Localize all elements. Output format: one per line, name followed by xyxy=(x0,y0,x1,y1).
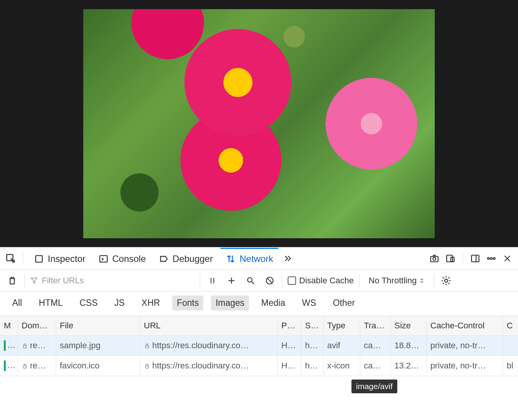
cell-cache-control: private, no-tr… xyxy=(426,336,503,356)
lock-icon xyxy=(22,343,28,349)
svg-rect-5 xyxy=(447,255,452,262)
more-tabs-icon[interactable] xyxy=(281,252,295,265)
filter-css[interactable]: CSS xyxy=(75,296,102,310)
cell-size: 13.2… xyxy=(390,356,426,376)
col-file[interactable]: File xyxy=(56,316,140,336)
table-row[interactable]: G re… sample.jpg https://res.cloudinary.… xyxy=(0,336,518,356)
tab-debugger-label: Debugger xyxy=(173,254,213,264)
tab-inspector[interactable]: Inspector xyxy=(29,248,91,269)
page-viewport xyxy=(0,0,518,247)
filter-js[interactable]: JS xyxy=(110,296,129,310)
filter-html[interactable]: HTML xyxy=(34,296,68,310)
col-url[interactable]: URL xyxy=(140,316,277,336)
col-last[interactable]: C xyxy=(503,316,518,336)
cell-last xyxy=(503,336,518,356)
network-toolbar: Disable Cache No Throttling xyxy=(0,270,518,292)
col-scheme[interactable]: S… xyxy=(301,316,323,336)
svg-rect-2 xyxy=(100,255,107,262)
col-domain[interactable]: Dom… xyxy=(18,316,56,336)
tab-network[interactable]: Network xyxy=(220,248,278,269)
col-protocol[interactable]: P… xyxy=(277,316,301,336)
settings-gear-icon[interactable] xyxy=(439,274,453,288)
filter-ws[interactable]: WS xyxy=(298,296,321,310)
svg-point-9 xyxy=(487,257,489,259)
svg-rect-22 xyxy=(146,346,149,348)
lock-icon xyxy=(144,363,150,369)
kebab-menu-icon[interactable] xyxy=(484,252,498,265)
svg-point-4 xyxy=(433,257,436,260)
cell-type: avif xyxy=(323,336,360,356)
svg-rect-7 xyxy=(471,255,479,262)
devtools-tabbar: Inspector Console Debugger Network xyxy=(0,247,518,270)
lock-icon xyxy=(22,363,28,369)
cell-domain: re… xyxy=(30,361,46,370)
col-transferred[interactable]: Tra… xyxy=(360,316,390,336)
cell-protocol: H… xyxy=(277,336,301,356)
dock-side-icon[interactable] xyxy=(468,252,482,265)
filter-images[interactable]: Images xyxy=(211,296,249,310)
filter-media[interactable]: Media xyxy=(257,296,290,310)
col-cache-control[interactable]: Cache-Control xyxy=(426,316,503,336)
add-icon[interactable] xyxy=(225,274,238,288)
cell-type: x-icon xyxy=(323,356,360,376)
tab-inspector-label: Inspector xyxy=(48,254,86,264)
disable-cache-label: Disable Cache xyxy=(299,276,354,286)
filter-urls-input[interactable] xyxy=(42,276,194,286)
cell-file: sample.jpg xyxy=(56,336,140,356)
cell-scheme: h… xyxy=(301,336,323,356)
responsive-design-icon[interactable] xyxy=(444,252,457,265)
cell-transferred: ca… xyxy=(360,336,390,356)
cell-domain: re… xyxy=(30,341,46,350)
cell-url: https://res.cloudinary.co… xyxy=(152,361,249,370)
cell-size: 18.8… xyxy=(390,336,426,356)
filter-fonts[interactable]: Fonts xyxy=(172,296,204,310)
network-table: M Dom… File URL P… S… Type Tra… Size Cac… xyxy=(0,316,518,376)
table-header-row: M Dom… File URL P… S… Type Tra… Size Cac… xyxy=(0,316,518,336)
col-method[interactable]: M xyxy=(0,316,18,336)
cell-url: https://res.cloudinary.co… xyxy=(152,341,249,350)
clear-icon[interactable] xyxy=(5,274,19,288)
svg-rect-21 xyxy=(23,346,26,348)
svg-point-16 xyxy=(248,278,252,282)
filter-xhr[interactable]: XHR xyxy=(137,296,165,310)
request-type-filters: All HTML CSS JS XHR Fonts Images Media W… xyxy=(0,292,518,316)
lock-icon xyxy=(144,343,150,349)
svg-rect-1 xyxy=(36,255,42,262)
pick-element-icon[interactable] xyxy=(4,252,18,265)
search-icon[interactable] xyxy=(244,274,257,288)
status-indicator xyxy=(4,340,6,351)
tab-console[interactable]: Console xyxy=(93,248,151,269)
col-type[interactable]: Type xyxy=(323,316,360,336)
disable-cache-toggle[interactable]: Disable Cache xyxy=(288,276,354,286)
svg-rect-23 xyxy=(23,366,26,368)
throttling-label: No Throttling xyxy=(369,276,417,286)
cell-cache-control: private, no-tr… xyxy=(426,356,503,376)
svg-point-11 xyxy=(493,257,495,259)
status-indicator xyxy=(4,360,6,371)
filter-urls-field[interactable] xyxy=(30,276,194,286)
svg-line-17 xyxy=(252,282,254,284)
cell-file: favicon.ico xyxy=(56,356,140,376)
devtools-panel: Inspector Console Debugger Network xyxy=(0,247,518,376)
pause-icon[interactable] xyxy=(206,274,219,288)
block-icon[interactable] xyxy=(263,274,277,288)
filter-all[interactable]: All xyxy=(8,296,27,310)
col-size[interactable]: Size xyxy=(390,316,426,336)
filter-other[interactable]: Other xyxy=(329,296,360,310)
svg-line-19 xyxy=(267,278,272,283)
svg-point-10 xyxy=(490,257,492,259)
cell-last: bl xyxy=(503,356,518,376)
cell-scheme: h… xyxy=(301,356,323,376)
cell-protocol: H… xyxy=(277,356,301,376)
type-tooltip: image/avif xyxy=(351,380,397,393)
tab-debugger[interactable]: Debugger xyxy=(154,248,218,269)
throttling-select[interactable]: No Throttling xyxy=(365,276,428,286)
svg-rect-24 xyxy=(146,366,149,368)
disable-cache-checkbox[interactable] xyxy=(288,276,296,285)
screenshot-icon[interactable] xyxy=(427,252,441,265)
svg-point-20 xyxy=(445,279,448,282)
close-devtools-icon[interactable] xyxy=(500,252,514,265)
table-row[interactable]: G re… favicon.ico https://res.cloudinary… xyxy=(0,356,518,376)
cell-transferred: ca… xyxy=(360,356,390,376)
tab-console-label: Console xyxy=(112,254,146,264)
